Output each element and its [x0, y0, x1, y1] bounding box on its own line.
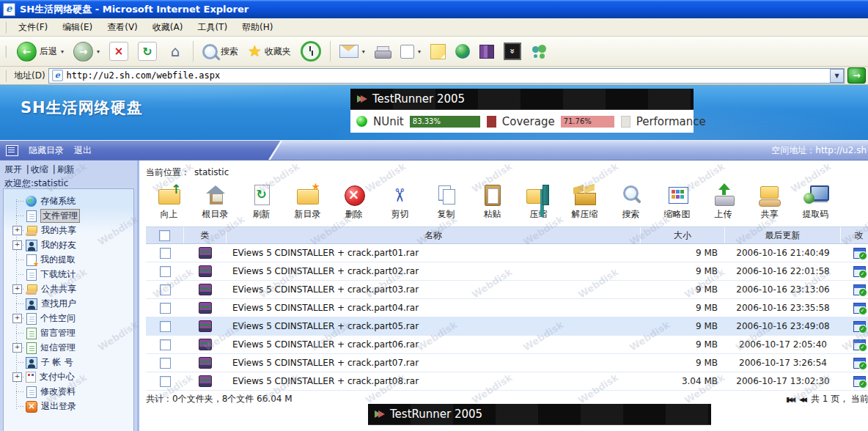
go-button[interactable]: → — [847, 67, 866, 84]
address-value[interactable]: http://u2.sh.com/webfile.aspx — [67, 70, 827, 81]
toolbar-button-compress[interactable]: 压缩 — [515, 182, 562, 224]
modify-icon[interactable] — [853, 376, 866, 387]
edit-dropdown-icon[interactable]: ▾ — [418, 48, 421, 55]
sidebar-item[interactable]: +支付中心 — [4, 369, 133, 384]
file-name[interactable]: EViews 5 CDINSTALLER + crack.part05.rar — [227, 321, 641, 331]
toolbar-button-upload[interactable]: 上传 — [700, 182, 746, 224]
sidebar-link[interactable]: 展开 — [4, 164, 22, 174]
modify-icon[interactable] — [853, 321, 866, 332]
testrunner-banner-top[interactable]: TestRunner 2005 NUnit 83.33% Coverage 71… — [350, 89, 694, 133]
search-button[interactable]: 搜索 — [199, 43, 242, 61]
stop-button[interactable]: × — [106, 40, 132, 62]
file-name[interactable]: EViews 5 CDINSTALLER + crack.part06.rar — [227, 339, 641, 350]
expand-icon[interactable]: + — [12, 343, 22, 353]
menu-item[interactable]: 文件(F) — [11, 20, 55, 34]
back-button[interactable]: ← 后退 ▾ — [13, 40, 67, 63]
address-input[interactable]: http://u2.sh.com/webfile.aspx ▼ — [48, 68, 845, 84]
sidebar-item[interactable]: 退出登录 — [4, 399, 133, 413]
file-name[interactable]: EViews 5 CDINSTALLER + crack.part01.rar — [227, 248, 641, 258]
home-button[interactable]: ⌂ — [163, 41, 188, 62]
modify-icon[interactable] — [853, 248, 866, 259]
sidebar-link[interactable]: 刷新 — [57, 164, 75, 174]
row-checkbox[interactable] — [160, 358, 171, 369]
row-checkbox[interactable] — [160, 376, 171, 387]
row-checkbox[interactable] — [160, 321, 171, 332]
hide-directory-link[interactable]: 隐藏目录 — [29, 144, 64, 157]
toolbar-button-refresh[interactable]: ↻刷新 — [238, 182, 284, 224]
sidebar-item[interactable]: 文件管理 — [4, 208, 133, 223]
select-all-checkbox[interactable] — [159, 230, 170, 241]
menu-item[interactable]: 帮助(H) — [235, 20, 280, 34]
sidebar-item[interactable]: +我的好友 — [4, 237, 133, 252]
testrunner-banner-bottom[interactable]: TestRunner 2005 NUnit 83.33% Coverage 71… — [368, 404, 711, 431]
modify-icon[interactable] — [853, 358, 866, 369]
row-checkbox[interactable] — [160, 284, 171, 295]
file-name[interactable]: EViews 5 CDINSTALLER + crack.part02.rar — [227, 266, 641, 276]
toolbar-button-share[interactable]: 共享 — [746, 182, 792, 224]
downloader-button[interactable]: » — [500, 41, 525, 62]
exit-link[interactable]: 退出 — [74, 144, 92, 157]
sidebar-item[interactable]: 修改资料 — [4, 384, 133, 399]
notes-button[interactable] — [427, 43, 449, 61]
menu-item[interactable]: 查看(V) — [100, 20, 145, 34]
toolbar-button-root-home[interactable]: 根目录 — [192, 182, 238, 224]
mail-dropdown-icon[interactable]: ▾ — [362, 48, 365, 55]
file-name[interactable]: EViews 5 CDINSTALLER + crack.part03.rar — [227, 284, 641, 295]
mail-button[interactable]: ▾ — [336, 43, 369, 59]
file-name[interactable]: EViews 5 CDINSTALLER + crack.part08.rar — [227, 376, 641, 386]
refresh-button[interactable]: ↻ — [134, 40, 161, 62]
menu-item[interactable]: 收藏(A) — [145, 20, 191, 34]
expand-icon[interactable]: + — [12, 226, 22, 235]
sidebar-item[interactable]: +公共共享 — [4, 281, 133, 296]
toolbar-button-cut[interactable]: ✂剪切 — [377, 182, 423, 224]
toolbar-button-up-folder[interactable]: ↑向上 — [146, 182, 192, 224]
toolbar-button-paste[interactable]: 粘贴 — [469, 182, 515, 224]
address-dropdown-button[interactable]: ▼ — [830, 69, 844, 83]
modify-icon[interactable] — [853, 303, 866, 314]
sidebar-link[interactable]: 收缩 — [31, 164, 48, 174]
toolbar-button-search[interactable]: 搜索 — [608, 182, 654, 224]
expand-icon[interactable]: + — [12, 284, 22, 294]
sidebar-item[interactable]: 存储系统 — [4, 194, 133, 208]
sidebar-item[interactable]: +个性空间 — [4, 311, 133, 325]
favorites-button[interactable]: ★ 收藏夹 — [244, 43, 295, 61]
history-button[interactable] — [297, 40, 325, 63]
back-dropdown-icon[interactable]: ▾ — [61, 48, 64, 55]
menu-item[interactable]: 编辑(E) — [55, 20, 100, 34]
sidebar-item[interactable]: 下载统计 — [4, 267, 133, 281]
expand-icon[interactable]: + — [12, 372, 22, 382]
sidebar-item[interactable]: 子 帐 号 — [4, 355, 133, 369]
first-page-icon[interactable] — [786, 396, 795, 403]
prev-page-icon[interactable] — [799, 396, 807, 403]
toolbar-button-extract-code[interactable]: 提取码 — [792, 182, 839, 224]
web-button[interactable] — [452, 43, 474, 60]
modify-icon[interactable] — [853, 266, 866, 277]
row-checkbox[interactable] — [160, 303, 171, 314]
research-button[interactable] — [476, 43, 498, 60]
sidebar-item[interactable]: 留言管理 — [4, 325, 133, 340]
row-checkbox[interactable] — [160, 339, 171, 350]
edit-button[interactable]: ▾ — [397, 43, 424, 60]
sidebar-item[interactable]: +短信管理 — [4, 340, 133, 355]
print-button[interactable] — [371, 45, 394, 59]
modify-icon[interactable] — [853, 284, 866, 295]
messenger-button[interactable] — [527, 43, 552, 59]
toolbar-button-extract[interactable]: 解压缩 — [562, 182, 608, 224]
toolbar-button-thumbnail[interactable]: 缩略图 — [654, 182, 700, 224]
file-name[interactable]: EViews 5 CDINSTALLER + crack.part04.rar — [227, 303, 641, 313]
sidebar-item[interactable]: 查找用户 — [4, 296, 133, 311]
row-checkbox[interactable] — [160, 248, 171, 259]
expand-icon[interactable]: + — [12, 314, 22, 323]
row-checkbox[interactable] — [160, 266, 171, 277]
sidebar-item[interactable]: 我的提取 — [4, 252, 133, 267]
toolbar-button-new-folder[interactable]: ★新目录 — [284, 182, 331, 224]
forward-button[interactable]: → ▾ — [70, 40, 103, 63]
file-name[interactable]: EViews 5 CDINSTALLER + crack.part07.rar — [227, 358, 641, 368]
sidebar-item[interactable]: +我的共享 — [4, 223, 133, 237]
toolbar-button-copy[interactable]: 复制 — [423, 182, 469, 224]
modify-icon[interactable] — [853, 339, 866, 350]
menu-item[interactable]: 工具(T) — [190, 20, 235, 34]
expand-icon[interactable]: + — [12, 240, 22, 250]
toolbar-button-delete[interactable]: ×删除 — [331, 182, 377, 224]
forward-dropdown-icon[interactable]: ▾ — [97, 48, 100, 55]
